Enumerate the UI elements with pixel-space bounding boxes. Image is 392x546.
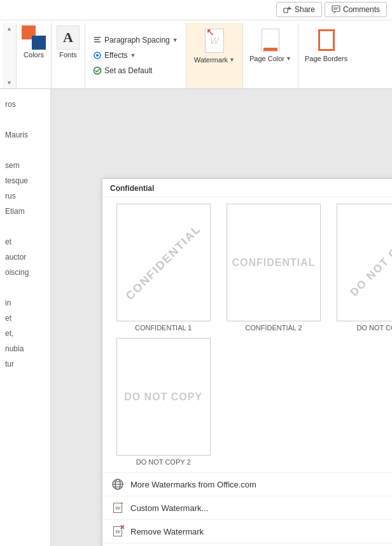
svg-rect-6 — [94, 41, 101, 43]
watermark-chevron: ▼ — [229, 57, 235, 63]
watermark-text-confidential2: CONFIDENTIAL — [232, 257, 315, 269]
ribbon-group-colors[interactable]: Colors — [17, 23, 52, 88]
watermark-thumbnail-donotcopy1[interactable]: DO NOT COPY — [337, 204, 392, 321]
set-as-default-button[interactable]: Set as Default — [90, 65, 181, 76]
watermark-label-confidential1: CONFIDENTIAL 1 — [135, 324, 192, 332]
watermark-grid-row1: CONFIDENTIAL CONFIDENTIAL 1 CONFIDENTIAL… — [102, 197, 392, 338]
watermark-text-donotcopy2: DO NOT COPY — [124, 391, 202, 403]
watermark-item-confidential1[interactable]: CONFIDENTIAL CONFIDENTIAL 1 — [111, 204, 215, 332]
ribbon-scroll-up[interactable]: ▲ — [3, 23, 17, 34]
globe-icon — [112, 479, 123, 490]
paragraph-spacing-chevron: ▼ — [172, 37, 178, 43]
watermark-cursor-icon: ↖ — [206, 26, 214, 38]
remove-watermark-label: Remove Watermark — [130, 527, 204, 536]
page-color-chevron: ▼ — [286, 55, 291, 62]
share-button[interactable]: Share — [276, 2, 322, 17]
watermark-text-donotcopy1: DO NOT COPY — [347, 227, 392, 299]
effects-chevron: ▼ — [130, 52, 136, 59]
ribbon-group-page-borders[interactable]: Page Borders — [298, 23, 354, 88]
custom-watermark-item[interactable]: W ✦ Custom Watermark... — [102, 496, 392, 519]
custom-watermark-doc-icon: W ✦ — [113, 503, 122, 513]
fonts-icon: A — [57, 25, 80, 50]
fonts-label: Fonts — [59, 51, 77, 59]
colors-icon — [22, 25, 46, 50]
svg-rect-0 — [284, 8, 288, 13]
page-color-stripe — [263, 48, 277, 51]
share-icon — [283, 5, 292, 14]
ribbon-left-bar: ▲ ▼ — [3, 23, 17, 88]
main-doc-area: ▲ ▼ Confidential CONFIDENTIAL CONFIDENTI… — [51, 89, 392, 546]
watermark-label-confidential2: CONFIDENTIAL 2 — [245, 324, 302, 332]
watermark-thumbnail-confidential2[interactable]: CONFIDENTIAL — [227, 204, 321, 321]
watermark-grid-row2: DO NOT COPY DO NOT COPY 2 — [102, 338, 392, 472]
comments-button[interactable]: Comments — [325, 2, 387, 17]
ribbon-top-bar: Share Comments — [0, 0, 392, 20]
colors-blue-square — [32, 36, 46, 50]
remove-wm-x: ✕ — [120, 524, 125, 531]
watermark-dropdown-panel: ▲ ▼ Confidential CONFIDENTIAL CONFIDENTI… — [102, 178, 392, 546]
svg-rect-4 — [94, 37, 101, 38]
custom-watermark-star: ✦ — [120, 501, 124, 507]
watermark-item-donotcopy2[interactable]: DO NOT COPY DO NOT COPY 2 — [111, 338, 215, 466]
more-watermarks-label: More Watermarks from Office.com — [130, 480, 256, 489]
page-color-label: Page Color — [249, 55, 284, 62]
ribbon-group-watermark[interactable]: ↖ Watermark ▼ — [186, 23, 243, 88]
document-area: ros Mauris sem tesque rus Etiam et aucto… — [0, 89, 392, 546]
ribbon: Share Comments ▲ ▼ — [0, 0, 392, 89]
more-watermarks-icon — [111, 478, 124, 491]
ribbon-scroll-down[interactable]: ▼ — [3, 77, 17, 88]
effects-label: Effects — [104, 51, 127, 60]
watermark-icon: ↖ — [201, 25, 228, 56]
ribbon-group-paragraph: Paragraph Spacing ▼ Effects ▼ Set as Def… — [85, 23, 186, 88]
svg-rect-5 — [94, 39, 99, 41]
custom-watermark-icon: W ✦ — [111, 501, 124, 514]
remove-watermark-doc-icon: W ✕ — [113, 526, 122, 536]
page-borders-icon — [315, 25, 338, 55]
fonts-group-icon: A Fonts — [57, 25, 80, 59]
dropdown-section-title: Confidential — [102, 179, 392, 197]
set-default-icon — [93, 66, 102, 75]
remove-watermark-icon: W ✕ — [111, 525, 124, 538]
comments-icon — [332, 5, 340, 14]
paragraph-spacing-label: Paragraph Spacing — [104, 36, 170, 45]
effects-button[interactable]: Effects ▼ — [90, 50, 181, 61]
ribbon-group-fonts[interactable]: A Fonts — [52, 23, 85, 88]
colors-group-icon: Colors — [22, 25, 46, 59]
page-color-icon — [258, 25, 283, 55]
set-as-default-label: Set as Default — [104, 66, 152, 75]
page-borders-label: Page Borders — [305, 55, 347, 62]
colors-label: Colors — [24, 51, 44, 59]
paragraph-spacing-icon — [93, 36, 102, 45]
watermark-label-donotcopy2: DO NOT COPY 2 — [136, 458, 191, 466]
svg-rect-1 — [332, 6, 340, 11]
save-selection-item: Save Selection to Watermark Gallery... — [102, 543, 392, 546]
ribbon-content: ▲ ▼ Colors A Fonts — [0, 20, 392, 88]
more-watermarks-item[interactable]: More Watermarks from Office.com ❯ — [102, 472, 392, 496]
watermark-thumbnail-confidential1[interactable]: CONFIDENTIAL — [116, 204, 211, 321]
watermark-item-confidential2[interactable]: CONFIDENTIAL CONFIDENTIAL 2 — [221, 204, 325, 332]
document-left-text: ros Mauris sem tesque rus Etiam et aucto… — [0, 89, 51, 546]
watermark-label-donotcopy1: DO NOT COPY 1 — [356, 324, 392, 332]
svg-point-8 — [96, 54, 99, 57]
watermark-thumbnail-donotcopy2[interactable]: DO NOT COPY — [116, 338, 211, 456]
watermark-text-confidential1: CONFIDENTIAL — [123, 222, 204, 303]
custom-watermark-label: Custom Watermark... — [130, 503, 208, 513]
watermark-label: Watermark — [194, 56, 228, 64]
paragraph-spacing-button[interactable]: Paragraph Spacing ▼ — [90, 34, 181, 46]
watermark-item-donotcopy1[interactable]: DO NOT COPY DO NOT COPY 1 — [332, 204, 392, 332]
remove-watermark-item[interactable]: W ✕ Remove Watermark — [102, 519, 392, 543]
page-borders-doc — [318, 29, 335, 51]
ribbon-group-page-color[interactable]: Page Color ▼ — [243, 23, 298, 88]
effects-icon — [93, 51, 102, 60]
